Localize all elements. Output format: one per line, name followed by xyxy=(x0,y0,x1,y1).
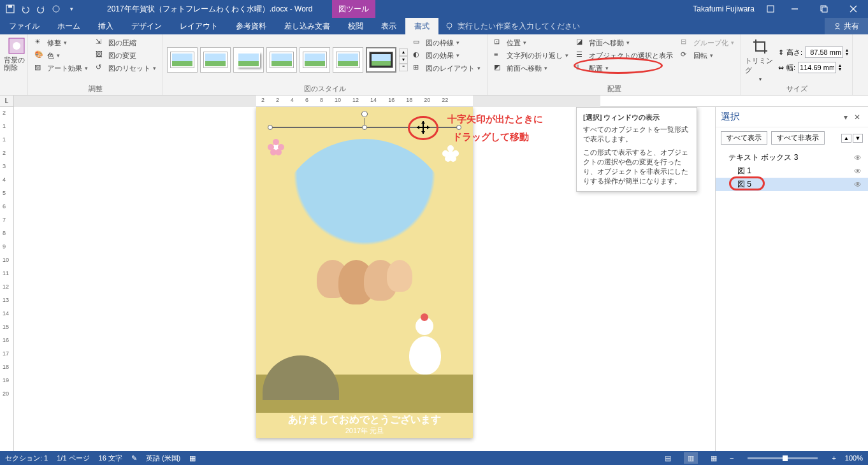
pane-close-button[interactable]: ✕ xyxy=(851,113,863,122)
selection-pane-button[interactable]: ☰オブジェクトの選択と表示 xyxy=(574,50,676,61)
show-all-button[interactable]: すべて表示 xyxy=(721,131,767,145)
picture-style-6[interactable] xyxy=(333,47,363,73)
save-icon[interactable] xyxy=(5,4,15,14)
gallery-up-icon[interactable]: ▴ xyxy=(399,48,408,56)
corrections-button[interactable]: ☀修整 xyxy=(32,37,90,48)
tab-layout[interactable]: レイアウト xyxy=(171,18,227,34)
picture-style-3[interactable] xyxy=(233,47,264,73)
width-icon: ⇔ xyxy=(778,64,784,72)
tab-mailings[interactable]: 差し込み文書 xyxy=(275,18,339,34)
picture-style-4[interactable] xyxy=(266,47,297,73)
touch-mode-icon[interactable] xyxy=(51,4,61,14)
qat-more-icon[interactable]: ▾ xyxy=(66,4,76,14)
wrap-text-button[interactable]: ≡文字列の折り返し xyxy=(491,50,571,61)
status-section[interactable]: セクション: 1 xyxy=(5,454,48,463)
account-icon[interactable] xyxy=(761,4,780,13)
picture-style-1[interactable] xyxy=(167,47,198,73)
height-input[interactable] xyxy=(805,46,843,58)
move-up-button[interactable]: ▲ xyxy=(841,134,851,143)
selection-bar[interactable] xyxy=(256,125,473,130)
maximize-button[interactable] xyxy=(809,0,839,18)
tell-me-search[interactable]: 実行したい作業を入力してください xyxy=(438,18,586,34)
tab-review[interactable]: 校閲 xyxy=(339,18,372,34)
view-web-layout[interactable]: ▦ xyxy=(707,452,721,464)
tab-references[interactable]: 参考資料 xyxy=(227,18,275,34)
user-name[interactable]: Takafumi Fujiwara xyxy=(686,4,761,13)
send-backward-button[interactable]: ◪背面へ移動 xyxy=(574,37,676,48)
color-button[interactable]: 🎨色 xyxy=(32,50,90,61)
picture-layout-button[interactable]: ⊞図のレイアウト xyxy=(410,62,483,74)
view-read-mode[interactable]: ▤ xyxy=(661,452,675,464)
hide-all-button[interactable]: すべて非表示 xyxy=(771,131,825,145)
position-button[interactable]: ⊡位置 xyxy=(491,37,571,48)
minimize-button[interactable] xyxy=(780,0,809,18)
width-input[interactable] xyxy=(798,62,836,73)
rooster-decoration xyxy=(403,317,447,381)
position-icon: ⊡ xyxy=(494,38,504,48)
picture-styles-gallery[interactable]: ▴ ▾ ⁼ xyxy=(167,37,408,83)
reset-picture-button[interactable]: ↺図のリセット xyxy=(93,62,159,74)
pane-dropdown-icon[interactable]: ▾ xyxy=(840,113,851,122)
artistic-effects-button[interactable]: ▨アート効果 xyxy=(32,62,90,74)
tooltip-title: [選択] ウィンドウの表示 xyxy=(583,113,690,122)
height-icon: ⇕ xyxy=(778,48,784,57)
visibility-toggle-icon[interactable]: 👁 xyxy=(854,180,862,189)
redo-icon[interactable] xyxy=(36,4,46,14)
gallery-more-icon[interactable]: ⁼ xyxy=(399,64,408,71)
status-language[interactable]: 英語 (米国) xyxy=(146,454,180,463)
selection-pane-item[interactable]: 図 1👁 xyxy=(716,164,868,178)
rotate-handle[interactable] xyxy=(361,111,368,117)
remove-bg-icon xyxy=(8,37,25,55)
tab-view[interactable]: 表示 xyxy=(372,18,405,34)
status-bar: セクション: 1 1/1 ページ 16 文字 ✎ 英語 (米国) ▦ ▤ ▥ ▦… xyxy=(0,451,868,465)
rotate-label: 回転 xyxy=(693,51,707,61)
zoom-in-button[interactable]: + xyxy=(832,454,835,462)
horizontal-ruler[interactable]: 2246810121416182022 xyxy=(14,96,868,107)
bring-forward-button[interactable]: ◩前面へ移動 xyxy=(491,62,571,74)
picture-style-5[interactable] xyxy=(300,47,330,73)
svg-rect-6 xyxy=(822,7,827,12)
status-words[interactable]: 16 文字 xyxy=(99,454,122,463)
group-objects-button[interactable]: ⊟グループ化 xyxy=(678,37,737,48)
remove-background-button[interactable]: 背景の削除 xyxy=(4,37,29,71)
selection-pane-item[interactable]: 図 5👁 xyxy=(716,178,868,191)
zoom-slider[interactable] xyxy=(748,457,818,459)
gallery-down-icon[interactable]: ▾ xyxy=(399,56,408,64)
front-icon: ◩ xyxy=(494,63,504,73)
tab-insert[interactable]: 挿入 xyxy=(89,18,122,34)
undo-icon[interactable] xyxy=(20,4,31,14)
zoom-out-button[interactable]: − xyxy=(730,454,734,462)
selection-pane-title: 選択 xyxy=(721,111,840,123)
rotate-button[interactable]: ⟳回転 xyxy=(678,50,737,61)
status-page[interactable]: 1/1 ページ xyxy=(57,454,89,463)
view-print-layout[interactable]: ▥ xyxy=(684,452,698,464)
align-button[interactable]: ⫴配置 xyxy=(574,62,676,74)
tab-design[interactable]: デザイン xyxy=(122,18,171,34)
tab-format[interactable]: 書式 xyxy=(405,18,438,34)
selection-pane-item[interactable]: テキスト ボックス 3👁 xyxy=(716,151,868,164)
picture-style-2[interactable] xyxy=(200,47,231,73)
picture-border-button[interactable]: ▭図の枠線 xyxy=(410,37,483,48)
status-macro-icon[interactable]: ▦ xyxy=(189,454,196,462)
layout-icon: ⊞ xyxy=(413,63,423,73)
status-spellcheck-icon[interactable]: ✎ xyxy=(131,454,137,462)
spinner-icon[interactable]: ▴▾ xyxy=(846,48,848,55)
tab-file[interactable]: ファイル xyxy=(0,18,48,34)
tab-home[interactable]: ホーム xyxy=(48,18,89,34)
visibility-toggle-icon[interactable]: 👁 xyxy=(854,154,862,162)
zoom-level[interactable]: 100% xyxy=(845,454,863,462)
move-down-button[interactable]: ▼ xyxy=(853,134,863,143)
crop-button[interactable]: トリミング ▾ xyxy=(745,37,776,83)
spinner-icon[interactable]: ▴▾ xyxy=(839,64,841,71)
visibility-toggle-icon[interactable]: 👁 xyxy=(854,167,862,176)
position-label: 位置 xyxy=(507,38,521,48)
compress-pictures-button[interactable]: ⇲図の圧縮 xyxy=(93,37,159,48)
picture-style-7[interactable] xyxy=(366,47,396,73)
picture-effects-button[interactable]: ◐図の効果 xyxy=(410,50,483,61)
close-button[interactable] xyxy=(839,0,868,18)
vertical-ruler[interactable]: 211234567891011121314151617181920 xyxy=(0,107,14,462)
document-canvas[interactable]: あけましておめでとうございます 2017年 元旦 十字矢印が出たときに ドラッグ… xyxy=(14,107,715,462)
share-button[interactable]: 共有 xyxy=(825,18,868,34)
sel-pane-label: オブジェクトの選択と表示 xyxy=(589,51,673,61)
change-picture-button[interactable]: 🖼図の変更 xyxy=(93,50,159,61)
